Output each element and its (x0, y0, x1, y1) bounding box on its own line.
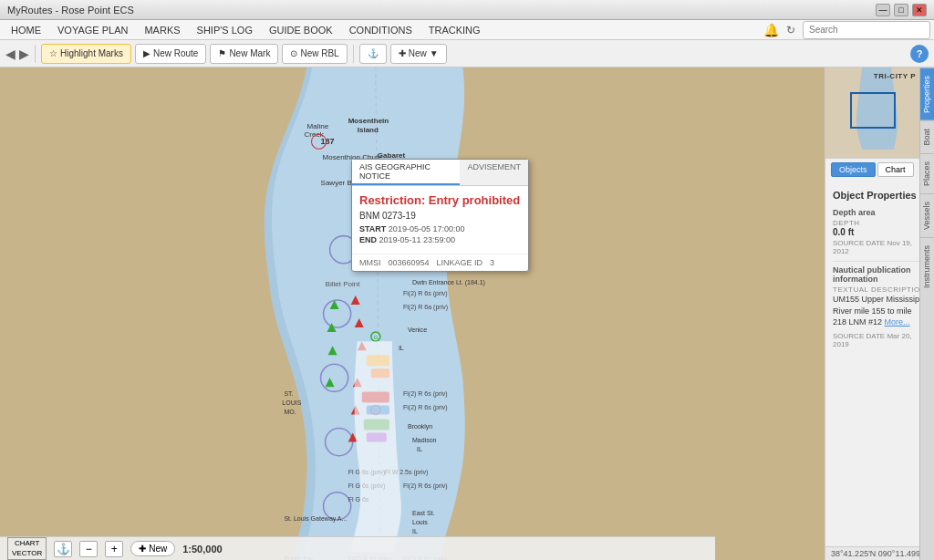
depth-area-section: Depth area DEPTH 0.0 ft SOURCE DATE Nov … (833, 208, 927, 255)
popup-linkage-value: 3 (490, 258, 494, 267)
svg-text:St. Louis Gateway A...: St. Louis Gateway A... (284, 515, 347, 523)
new-dropdown-button[interactable]: ✚ New ▼ (390, 44, 447, 64)
forward-icon[interactable]: ▶ (19, 47, 29, 61)
svg-text:Dwtn Entrance Lt. (184.1): Dwtn Entrance Lt. (184.1) (412, 279, 485, 286)
map-svg: Maline Creek Mosenthein Island Mosenthio… (0, 67, 825, 560)
refresh-icon[interactable]: ↻ (786, 24, 795, 36)
popup-end-row: END 2019-05-11 23:59:00 (359, 235, 521, 244)
popup-linkage-label: LINKAGE ID (437, 258, 483, 267)
nautical-pub-section: Nautical publication information TEXTUAL… (833, 265, 927, 348)
vtab-instruments[interactable]: Instruments (920, 237, 934, 296)
main-layout: Maline Creek Mosenthein Island Mosenthio… (0, 67, 934, 560)
popup-body: Restriction: Entry prohibited BNM 0273-1… (352, 186, 528, 254)
anchor-button[interactable]: ⚓ (359, 44, 387, 64)
map-area[interactable]: Maline Creek Mosenthein Island Mosenthio… (0, 67, 825, 560)
popup-start-value: 2019-05-05 17:00:00 (389, 224, 465, 233)
popup-footer: MMSI 003660954 LINKAGE ID 3 (352, 254, 528, 271)
svg-text:ST.: ST. (284, 390, 293, 397)
plus-icon: ✚ (399, 48, 406, 58)
svg-text:Mosenthein: Mosenthein (348, 117, 389, 125)
popup-mmsi-label: MMSI (359, 258, 381, 267)
object-properties-title: Object Properties (833, 190, 927, 201)
more-link[interactable]: More... (885, 317, 910, 327)
window-title: MyRoutes - Rose Point ECS (7, 5, 134, 16)
svg-text:MO.: MO. (284, 409, 296, 415)
depth-source-label: SOURCE DATE Nov 19, 2012 (833, 239, 927, 255)
search-input[interactable] (803, 21, 930, 39)
maximize-button[interactable]: □ (894, 4, 908, 16)
svg-text:Fl(2) R 6s (priv): Fl(2) R 6s (priv) (403, 290, 448, 297)
toolbar: ◀ ▶ ☆ Highlight Marks ▶ New Route ⚑ New … (0, 40, 934, 67)
zoom-in-button[interactable]: + (105, 541, 123, 557)
zoom-out-button[interactable]: − (79, 541, 98, 557)
mini-chart-svg (825, 67, 920, 159)
menu-voyage-plan[interactable]: VOYAGE PLAN (50, 23, 135, 37)
new-waypoint-button[interactable]: ✚ New (130, 541, 175, 556)
depth-label: DEPTH (833, 219, 927, 227)
svg-text:Fl(2) R 6s (priv): Fl(2) R 6s (priv) (403, 390, 448, 398)
highlight-marks-button[interactable]: ☆ Highlight Marks (41, 44, 131, 64)
svg-text:Madison: Madison (412, 437, 437, 443)
svg-text:187: 187 (321, 137, 335, 146)
menu-marks[interactable]: MARKS (137, 23, 187, 37)
objects-tab[interactable]: Objects (831, 162, 876, 177)
mark-icon: ⚑ (218, 48, 226, 58)
popup-start-row: START 2019-05-05 17:00:00 (359, 224, 521, 233)
popup-id: BNM 0273-19 (359, 211, 521, 221)
map-scale: 1:50,000 (182, 544, 222, 555)
new-route-button[interactable]: ▶ New Route (135, 44, 206, 64)
popup-mmsi-value: 003660954 (389, 258, 430, 267)
depth-area-title: Depth area (833, 208, 927, 217)
menu-home[interactable]: HOME (4, 23, 48, 37)
popup-header: AIS GEOGRAPHIC NOTICE ADVISEMENT (352, 160, 528, 186)
menu-bar: HOME VOYAGE PLAN MARKS SHIP'S LOG GUIDE … (0, 20, 934, 40)
mini-chart-label: TRI-CITY P (874, 72, 916, 80)
object-tabs-container: Objects Chart (825, 159, 934, 184)
notification-icon[interactable]: 🔔 (763, 23, 779, 37)
nautical-pub-title: Nautical publication information (833, 265, 927, 284)
back-icon[interactable]: ◀ (5, 47, 16, 61)
menu-tracking[interactable]: TRACKING (421, 23, 488, 37)
popup-title: Restriction: Entry prohibited (359, 193, 521, 207)
svg-text:Fl(2) R 6a (priv): Fl(2) R 6a (priv) (403, 304, 448, 311)
svg-text:Louis: Louis (412, 519, 428, 525)
new-waypoint-icon: ✚ (139, 544, 146, 554)
ais-notice-popup: AIS GEOGRAPHIC NOTICE ADVISEMENT Restric… (351, 159, 529, 272)
separator-2 (353, 45, 354, 63)
route-icon: ▶ (143, 48, 150, 58)
vertical-tabs: Properties Boat Places Vessels Instrumen… (919, 67, 934, 560)
mini-chart: TRI-CITY P (825, 67, 934, 159)
menu-conditions[interactable]: CONDITIONS (342, 23, 420, 37)
vtab-vessels[interactable]: Vessels (920, 193, 934, 237)
vtab-boat[interactable]: Boat (920, 120, 934, 153)
svg-text:G: G (374, 335, 379, 340)
new-rbl-button[interactable]: ⊙ New RBL (282, 44, 347, 64)
menu-ships-log[interactable]: SHIP'S LOG (190, 23, 260, 37)
right-panel: TRI-CITY P Objects Chart Object Properti… (825, 67, 934, 560)
chart-type-box: CHARTVECTOR (7, 537, 47, 560)
chart-tab[interactable]: Chart (877, 162, 914, 177)
menu-guide-book[interactable]: GUIDE BOOK (262, 23, 340, 37)
popup-tab-ais[interactable]: AIS GEOGRAPHIC NOTICE (352, 160, 460, 185)
svg-text:Brooklyn: Brooklyn (408, 423, 432, 430)
vtab-places[interactable]: Places (920, 153, 934, 193)
help-button[interactable]: ? (910, 45, 929, 63)
svg-text:IL: IL (412, 528, 418, 534)
popup-end-label: END (359, 235, 377, 244)
minimize-button[interactable]: — (876, 4, 890, 16)
coordinates-bar: 38°41.225'N 090°11.499'W (825, 546, 934, 560)
bottom-bar: CHARTVECTOR ⚓ − + ✚ New 1:50,000 (0, 536, 715, 560)
separator-1 (35, 45, 36, 63)
highlight-icon: ☆ (49, 48, 57, 58)
popup-tab-advisement[interactable]: ADVISEMENT (460, 160, 528, 185)
dropdown-arrow-icon: ▼ (430, 48, 439, 58)
svg-text:Fl(2) R 6s (priv): Fl(2) R 6s (priv) (403, 404, 448, 411)
pub-source-label: SOURCE DATE Mar 20, 2019 (833, 332, 927, 348)
text-desc-label: TEXTUAL DESCRIPTION (833, 285, 927, 294)
rbl-icon: ⊙ (290, 48, 297, 58)
new-mark-button[interactable]: ⚑ New Mark (210, 44, 278, 64)
section-divider (833, 261, 927, 262)
close-button[interactable]: ✕ (912, 4, 927, 16)
zoom-anchor-button[interactable]: ⚓ (54, 541, 72, 557)
vtab-properties[interactable]: Properties (920, 67, 934, 120)
